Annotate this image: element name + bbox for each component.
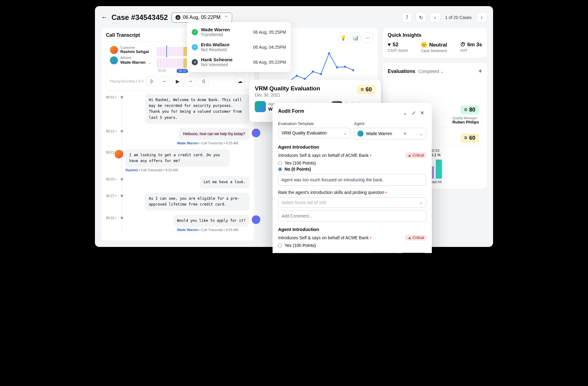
dropdown-item[interactable]: ↻ Erdo WallaceNot Resolved 06 Aug, 04:25… [192,40,286,55]
status-icon: ↻ [192,44,198,50]
mini-score: ≡60 [460,134,479,142]
forward-button[interactable]: → [185,76,196,86]
cancel-button[interactable]: Cancel [371,253,397,253]
status-icon: ⊘ [192,59,198,65]
comment-input[interactable] [278,210,426,222]
critical-badge: ▲Critical [405,235,426,240]
evaluations-title: Evaluations [388,69,415,74]
template-select[interactable]: VRM Quality Evaluation⌄ [278,128,350,138]
share-button[interactable]: ⤴ [402,12,412,23]
back-icon[interactable]: ← [101,13,108,21]
dropdown-item[interactable]: ✓ Wade WarrenTransferred 06 Aug, 05:25PM [192,25,286,40]
idea-button[interactable]: 💡 [338,32,349,43]
submit-button[interactable]: Submit [400,253,426,253]
qm-role: Quality Manager [452,116,479,120]
customer-role-label: Customer [120,46,149,49]
section-heading: Agent Introduction [278,144,426,149]
mini-score: ≡80 [460,105,479,114]
agent-select[interactable]: Wade Warren ✕ ⌄ [354,128,426,139]
chart-button[interactable]: 📊 [350,32,361,43]
qm-name: Ruben Philips [452,120,479,124]
question-text: Introduces Self & says on behalf of ACME… [278,235,371,240]
agent-label: Agent [354,121,426,126]
transcript-message: 00:25 •Let me have a look. [126,176,249,188]
question-text: Rate the agent's introduction skills and… [278,190,387,195]
rewind-button[interactable]: ← [160,76,170,86]
svg-point-4 [296,75,298,77]
dropdown-item[interactable]: ⊘ Hank ScheoneNot Interested 06 Aug, 05:… [192,55,286,70]
modal-title: Audit Form [278,108,304,114]
transcript-message: 00:01 •Hi Rashmi, Welcome to Acme Bank. … [126,94,249,124]
case-pager: ‹ 1 of 20 Cases › [430,12,487,23]
warning-icon: ▲ [408,153,411,157]
option-yes[interactable]: Yes (100 Points) [278,243,426,248]
score-select[interactable]: Select Score out of 100⌄ [278,197,426,208]
aht-value: 6m 3s [467,42,482,48]
heart-icon: ♥ [388,42,391,48]
skip-start-button[interactable]: |‹ [147,76,157,86]
chevron-down-icon[interactable]: ⌄ [148,61,151,64]
clear-icon[interactable]: ✕ [403,131,407,136]
timestamp-dropdown: ✓ Wade WarrenTransferred 06 Aug, 05:25PM… [187,22,291,72]
warning-icon: ▲ [408,236,411,240]
transcript-message: 00:31 •Would you like to apply for it?Wa… [126,215,249,232]
skip-end-button[interactable]: ›| [198,76,209,86]
timestamp-label: 06 Aug, 05:22PM [183,15,221,20]
sentiment-value: Neutral [429,42,447,48]
close-button[interactable]: ✕ [418,108,426,117]
recording-note: Playing Recording 2 of 3 [110,80,143,83]
critical-badge: ▲Critical [405,153,426,158]
transcript-message: 00:12 •Helloooo, how can we help thy tod… [126,128,249,145]
customer-name: Rashmi Sehgal [120,49,149,54]
svg-point-7 [320,73,322,75]
advisor-name: Wade Warren [120,60,145,65]
chevron-down-icon: ⌄ [419,131,423,136]
clock-icon: ⊘ [175,15,180,20]
svg-point-9 [336,66,338,69]
insights-title: Quick Insights [388,32,482,38]
eval-title: VRM Quality Evaluation [255,85,320,92]
template-label: Evaluation Template [278,121,350,126]
prev-case-button[interactable]: ‹ [430,12,440,23]
next-case-button[interactable]: › [477,12,487,23]
csat-label: CSAT Score [388,48,408,53]
audit-form-modal: Audit Form ⌄ ⤢ ✕ Evaluation Template VRM… [273,103,432,253]
transcript-message: 00:21 •I am looking to get a credit card… [126,149,249,172]
transcript-message: 00:27 •As I can see, you are eligible fo… [126,193,249,210]
timer-icon: ⏱ [460,42,466,48]
svg-point-10 [344,66,346,68]
agent-avatar [357,131,364,137]
eval-status-filter[interactable]: Completed ⌄ [418,69,444,74]
option-no[interactable]: No (0 Points) [278,167,426,172]
collapse-button[interactable]: ⌄ [401,108,409,117]
transcript-timeline: 00:01 •Hi Rashmi, Welcome to Acme Bank. … [106,94,249,232]
svg-point-8 [328,52,330,55]
csat-value: 52 [393,42,398,48]
add-evaluation-button[interactable]: + [478,68,482,75]
score-icon: ≡ [360,86,364,93]
eval-date: Dec 30, 2021 [255,93,320,97]
pager-label: 1 of 20 Cases [442,15,475,20]
more-button[interactable]: ⋯ [363,32,373,43]
customer-avatar [110,46,118,54]
sentiment-label: Case Sentiment [421,49,447,53]
refresh-button[interactable]: ↻ [416,12,426,23]
avatar [115,150,123,158]
question-text: Introduces Self & says on behalf of ACME… [278,153,371,158]
chevron-down-icon: ⌄ [343,131,347,135]
option-yes[interactable]: Yes (100 Points) [278,161,426,165]
download-button[interactable]: ☁ [235,76,245,86]
status-icon: ✓ [192,29,198,35]
timestamp-selector[interactable]: ⊘ 06 Aug, 05:22PM ⌃ [172,13,232,23]
quick-insights-card: Quick Insights ♥52 CSAT Score 😐Neutral C… [383,28,487,58]
agent-avatar [255,101,266,112]
play-button[interactable]: ▶ [172,76,183,86]
expand-button[interactable]: ⤢ [409,108,418,117]
advisor-role-label: Advisor [120,56,151,59]
svg-point-6 [312,70,314,73]
comment-box[interactable]: Agent was too much focused on introducin… [278,174,426,186]
playhead[interactable] [166,46,167,57]
page-title: Case #34543452 [111,13,168,22]
neutral-face-icon: 😐 [421,42,427,48]
chevron-up-icon: ⌃ [224,15,228,21]
